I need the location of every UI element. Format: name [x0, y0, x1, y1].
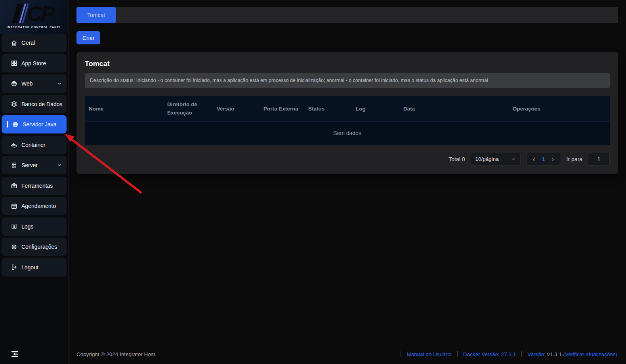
page-number[interactable]: 1: [542, 156, 545, 162]
footer-links: Manual do Usuário Docker Versão: 27.3.1 …: [401, 351, 617, 357]
sidebar-item-label: Web: [21, 80, 33, 87]
globe-icon: [10, 80, 17, 87]
grid-icon: [10, 60, 17, 67]
chevron-down-icon: [57, 81, 62, 86]
app-logo: CP INTEGRATOR CONTROL PANEL: [0, 0, 68, 34]
sidebar-item-label: Agendamento: [21, 203, 56, 209]
sidebar-item-label: Banco de Dados: [21, 101, 63, 107]
column-header-operacoes: Operações: [509, 96, 610, 122]
logo-letters-cp: CP: [27, 4, 53, 23]
sidebar-item-geral[interactable]: Geral: [2, 34, 67, 52]
total-count: Total 0: [449, 156, 465, 162]
server-icon: [10, 162, 17, 169]
sidebar-item-configuracoes[interactable]: Configurações: [2, 238, 67, 256]
create-button[interactable]: Criar: [76, 31, 100, 44]
sidebar-item-servidor-java[interactable]: Servidor Java: [2, 115, 67, 133]
globe-icon: [11, 121, 19, 128]
check-updates-link[interactable]: (Verificar atualizações): [563, 351, 617, 357]
column-header-versao: Versão: [213, 96, 260, 122]
table-header-row: Nome Diretório de Execução Versão Porta …: [85, 96, 610, 122]
calendar-icon: [10, 202, 17, 210]
sidebar-nav: Geral App Store Web Banco de Dados: [0, 34, 68, 344]
column-header-status: Status: [304, 96, 352, 122]
sidebar-item-label: Logout: [21, 264, 38, 271]
chevron-down-icon: [511, 157, 516, 162]
status-description: Descrição do status: Iniciando - o conta…: [85, 73, 610, 88]
separator: [521, 351, 522, 357]
footer: Copyright © 2024 Integrator Host Manual …: [69, 344, 626, 364]
column-header-log: Log: [352, 96, 399, 122]
sidebar-item-ferramentas[interactable]: Ferramentas: [2, 177, 67, 195]
main-content: Tomcat Criar Tomcat Descrição do status:…: [69, 0, 626, 344]
pagination: Total 0 10/página ‹ 1 › Ir para: [85, 153, 610, 166]
sidebar-item-label: Configurações: [21, 244, 57, 250]
chevron-down-icon: [57, 163, 62, 168]
sidebar-item-label: Servidor Java: [23, 121, 57, 128]
page-size-select[interactable]: 10/página: [471, 153, 521, 166]
separator: [401, 351, 401, 357]
sidebar-item-banco-de-dados[interactable]: Banco de Dados: [2, 95, 67, 113]
sidebar-item-logs[interactable]: Logs: [2, 217, 67, 236]
layers-icon: [10, 101, 17, 108]
table-empty-row: Sem dados: [85, 122, 610, 145]
next-page-button[interactable]: ›: [550, 156, 555, 163]
sidebar: CP INTEGRATOR CONTROL PANEL Geral App St…: [0, 0, 69, 364]
tab-bar: Tomcat: [76, 7, 618, 23]
sidebar-footer: [0, 344, 68, 364]
goto-page-label: Ir para: [567, 156, 582, 162]
version-value: v1.3.1: [547, 351, 562, 357]
sidebar-item-server[interactable]: Server: [2, 156, 67, 174]
sidebar-item-agendamento[interactable]: Agendamento: [2, 197, 67, 215]
manual-link[interactable]: Manual do Usuário: [407, 351, 451, 357]
tomcat-table: Nome Diretório de Execução Versão Porta …: [85, 96, 610, 145]
sidebar-item-logout[interactable]: Logout: [2, 258, 67, 276]
column-header-diretorio: Diretório de Execução: [163, 96, 213, 122]
sidebar-item-label: Geral: [21, 40, 35, 46]
separator: [457, 351, 458, 357]
sidebar-item-web[interactable]: Web: [2, 74, 67, 93]
sidebar-item-label: Ferramentas: [21, 183, 53, 189]
sidebar-item-label: Container: [21, 142, 46, 148]
pager: ‹ 1 ›: [526, 153, 561, 166]
docker-version-link[interactable]: Docker Versão: 27.3.1: [463, 351, 516, 357]
sidebar-item-label: App Store: [21, 60, 46, 67]
sidebar-item-app-store[interactable]: App Store: [2, 54, 67, 72]
toolbox-icon: [10, 182, 17, 189]
panel-title: Tomcat: [85, 60, 610, 68]
gear-icon: [10, 243, 17, 250]
tomcat-panel: Tomcat Descrição do status: Iniciando - …: [76, 52, 618, 174]
app-version: Versão: v1.3.1 (Verificar atualizações): [527, 351, 617, 357]
active-indicator: [7, 121, 8, 128]
empty-state-text: Sem dados: [85, 122, 610, 145]
page-size-value: 10/página: [475, 156, 499, 162]
sidebar-item-label: Logs: [21, 223, 33, 230]
previous-page-button[interactable]: ‹: [531, 156, 537, 163]
docker-icon: [10, 141, 17, 149]
home-icon: [10, 39, 17, 46]
tab-tomcat[interactable]: Tomcat: [76, 7, 116, 23]
logo-letters: CP: [15, 2, 53, 25]
column-header-nome: Nome: [85, 96, 163, 122]
goto-page-input[interactable]: [588, 153, 610, 166]
sidebar-item-label: Server: [21, 162, 38, 168]
version-label: Versão:: [527, 351, 546, 357]
logout-icon: [10, 264, 17, 271]
column-header-data: Data: [399, 96, 509, 122]
logo-subtitle: INTEGRATOR CONTROL PANEL: [7, 26, 61, 29]
logs-icon: [10, 223, 17, 230]
column-header-porta-externa: Porta Externa: [260, 96, 304, 122]
sidebar-item-container[interactable]: Container: [2, 136, 67, 154]
copyright-text: Copyright © 2024 Integrator Host: [76, 351, 155, 357]
collapse-sidebar-icon[interactable]: [9, 349, 21, 359]
